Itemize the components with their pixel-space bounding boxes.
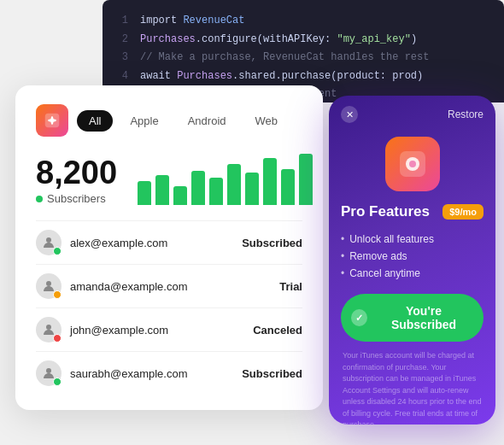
bar-5 bbox=[209, 178, 223, 205]
user-email: alex@example.com bbox=[70, 237, 167, 249]
mobile-app-logo bbox=[385, 137, 440, 191]
mobile-card: ✕ Restore Pro Features $9/mo Unlock all … bbox=[329, 96, 495, 425]
avatar bbox=[36, 230, 62, 255]
user-status: Canceled bbox=[253, 324, 302, 337]
price-badge: $9/mo bbox=[442, 204, 483, 220]
bar-9 bbox=[281, 169, 295, 205]
user-status: Subscribed bbox=[242, 237, 302, 249]
svg-point-8 bbox=[409, 161, 416, 167]
subscribe-button[interactable]: ✓ You're Subscribed bbox=[341, 294, 483, 342]
table-row: alex@example.com Subscribed bbox=[36, 220, 302, 264]
subscriber-label: Subscribers bbox=[36, 192, 117, 205]
bar-2 bbox=[155, 175, 169, 205]
user-status: Trial bbox=[279, 280, 302, 293]
svg-point-3 bbox=[46, 281, 51, 286]
line-num: 4 bbox=[118, 67, 128, 86]
bar-3 bbox=[173, 186, 187, 205]
status-dot-canceled bbox=[53, 334, 62, 343]
pill-android[interactable]: Android bbox=[176, 110, 238, 132]
green-dot bbox=[36, 196, 43, 202]
code-line-4: 4 await Purchases.shared.purchase(produc… bbox=[118, 67, 489, 86]
list-item: Unlock all features bbox=[341, 231, 483, 248]
check-icon: ✓ bbox=[351, 309, 367, 326]
user-email: john@example.com bbox=[70, 324, 168, 337]
status-dot-trial bbox=[53, 290, 62, 299]
subscriber-count: 8,200 bbox=[36, 156, 117, 189]
list-item: Cancel anytime bbox=[341, 265, 483, 282]
logo-icon bbox=[43, 111, 62, 130]
code-line-3: 3 // Make a purchase, RevenueCat handles… bbox=[118, 49, 489, 67]
pill-apple[interactable]: Apple bbox=[118, 110, 170, 132]
line-num: 2 bbox=[118, 31, 128, 50]
feature-list: Unlock all features Remove ads Cancel an… bbox=[341, 231, 483, 282]
subscribers-block: 8,200 Subscribers bbox=[36, 156, 117, 205]
list-item: Remove ads bbox=[341, 248, 483, 265]
user-email: saurabh@example.com bbox=[70, 367, 187, 380]
mobile-body: Pro Features $9/mo Unlock all features R… bbox=[329, 203, 495, 425]
pill-web[interactable]: Web bbox=[243, 110, 290, 132]
app-logo bbox=[36, 104, 68, 137]
user-status: Subscribed bbox=[242, 367, 302, 380]
user-left: alex@example.com bbox=[36, 230, 167, 255]
bar-6 bbox=[227, 164, 241, 205]
subscribe-label: You're Subscribed bbox=[374, 304, 473, 331]
line-num: 1 bbox=[118, 12, 128, 31]
user-left: john@example.com bbox=[36, 317, 168, 343]
code-line-1: 1 import RevenueCat bbox=[118, 12, 489, 31]
status-dot-subscribed bbox=[53, 247, 62, 255]
user-left: saurabh@example.com bbox=[36, 360, 187, 386]
pill-all[interactable]: All bbox=[77, 110, 113, 132]
bar-10 bbox=[299, 154, 313, 205]
avatar bbox=[36, 360, 62, 386]
user-email: amanda@example.com bbox=[70, 280, 187, 293]
bar-8 bbox=[263, 158, 277, 205]
restore-button[interactable]: Restore bbox=[448, 108, 483, 120]
status-dot-subscribed bbox=[53, 378, 62, 386]
dashboard-card: All Apple Android Web 8,200 Subscribers bbox=[15, 85, 323, 410]
table-row: saurabh@example.com Subscribed bbox=[36, 351, 302, 395]
line-num: 3 bbox=[118, 49, 128, 67]
bar-7 bbox=[245, 173, 259, 205]
code-line-2: 2 Purchases.configure(withAPIKey: "my_ap… bbox=[118, 31, 489, 50]
pro-title: Pro Features bbox=[341, 203, 430, 220]
mobile-logo-icon bbox=[396, 148, 429, 180]
svg-point-1 bbox=[50, 118, 55, 123]
user-list: alex@example.com Subscribed amanda@examp… bbox=[36, 220, 302, 395]
avatar bbox=[36, 273, 62, 299]
pro-features-header: Pro Features $9/mo bbox=[341, 203, 483, 220]
mobile-header: ✕ Restore bbox=[329, 96, 495, 128]
fine-print: Your iTunes account will be charged at c… bbox=[341, 350, 483, 425]
table-row: amanda@example.com Trial bbox=[36, 264, 302, 307]
svg-point-2 bbox=[46, 237, 51, 243]
stats-row: 8,200 Subscribers bbox=[36, 154, 302, 205]
bar-1 bbox=[138, 181, 151, 205]
filter-pills: All Apple Android Web bbox=[77, 110, 290, 132]
bar-4 bbox=[191, 171, 205, 205]
svg-point-5 bbox=[46, 368, 51, 373]
mobile-logo-area bbox=[329, 128, 495, 203]
svg-point-4 bbox=[46, 325, 51, 330]
filter-row: All Apple Android Web bbox=[36, 104, 302, 137]
bar-chart bbox=[138, 154, 313, 205]
close-button[interactable]: ✕ bbox=[341, 106, 358, 123]
avatar bbox=[36, 317, 62, 343]
user-left: amanda@example.com bbox=[36, 273, 187, 299]
table-row: john@example.com Canceled bbox=[36, 307, 302, 351]
